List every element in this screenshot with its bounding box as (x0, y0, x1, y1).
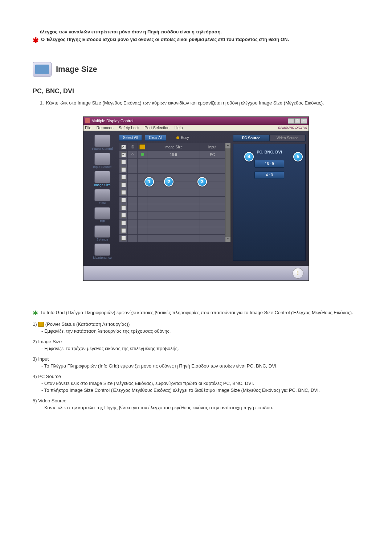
table-row[interactable]: 0 16:9 PC (119, 151, 225, 159)
row-checkbox[interactable] (121, 228, 126, 233)
info-grid: ID Image Size Input 0 16:9 PC (119, 143, 225, 242)
sidebar-item-time[interactable]: Time (94, 189, 110, 205)
minimize-button[interactable]: _ (288, 118, 294, 124)
row-checkbox[interactable] (121, 167, 126, 172)
col-id: ID (128, 143, 138, 151)
busy-indicator: Busy (176, 136, 189, 140)
sidebar-item-input-source[interactable]: Input Source (93, 153, 111, 169)
row-checkbox[interactable] (121, 236, 126, 241)
menu-safety-lock[interactable]: Safety Lock (119, 126, 139, 130)
scroll-up-icon[interactable]: ▴ (225, 143, 230, 148)
header-checkbox[interactable] (121, 145, 126, 149)
menu-port-selection[interactable]: Port Selection (144, 126, 169, 130)
note-sub: - Το Πλέγμα Πληροφοριών (Info Grid) εμφα… (33, 363, 359, 369)
scrollbar[interactable]: ▴ ▾ (225, 143, 231, 242)
power-header-icon (139, 144, 145, 149)
pip-icon (94, 207, 110, 219)
col-checkbox[interactable] (119, 143, 128, 151)
section-subtitle: PC, BNC, DVI (33, 87, 359, 95)
maintenance-icon (94, 243, 110, 256)
power-on-icon (141, 153, 144, 156)
callout-2: 2 (164, 177, 173, 186)
cell-input: PC (200, 151, 225, 159)
app-window: Multiple Display Control _ □ × File Remo… (83, 116, 309, 281)
sidebar-label: Image Size (94, 183, 110, 187)
sidebar-label: PIP (100, 219, 105, 223)
row-checkbox[interactable] (121, 175, 126, 180)
section-title: Image Size (56, 65, 97, 74)
note-sub: - Το πλήκτρο Image Size Control (Έλεγχος… (33, 387, 359, 393)
note-number: 1) (33, 321, 37, 327)
step-text: 1.Κάντε κλικ στο Image Size (Μέγεθος Εικ… (33, 100, 359, 106)
select-all-button[interactable]: Select All (119, 135, 142, 141)
sidebar-label: Maintenance (93, 256, 112, 259)
row-checkbox[interactable] (121, 160, 126, 164)
cell-id: 0 (128, 151, 138, 159)
menu-help[interactable]: Help (175, 126, 183, 130)
col-power (138, 143, 147, 151)
tab-pc-source[interactable]: PC Source (233, 135, 269, 141)
image-size-icon (33, 62, 52, 77)
settings-icon (94, 225, 110, 238)
intro-warning-text: Ο Έλεγχος Πηγής Εισόδου ισχύει μόνο για … (41, 37, 289, 42)
ratio-16-9-button[interactable]: 16 : 9 (254, 160, 284, 168)
app-icon (85, 118, 90, 123)
note-sub: - Κάντε κλικ στην καρτέλα της Πηγής βίντ… (33, 405, 359, 410)
cell-image-size: 16:9 (147, 151, 200, 159)
col-input: Input (200, 143, 225, 151)
row-checkbox[interactable] (121, 198, 126, 202)
callout-4: 4 (244, 152, 254, 161)
note-sub: - Εμφανίζει το τρέχον μέγεθος εικόνας τη… (33, 346, 359, 351)
panel-title: PC, BNC, DVI (257, 150, 282, 154)
row-checkbox[interactable] (121, 152, 126, 157)
sidebar-label: Power Control (92, 147, 113, 151)
menu-remocon[interactable]: Remocon (97, 126, 114, 130)
note-3: 3) Input - Το Πλέγμα Πληροφοριών (Info G… (33, 356, 359, 369)
callout-3: 3 (197, 177, 207, 186)
note-head: 4) PC Source (33, 374, 359, 379)
sidebar-item-maintenance[interactable]: Maintenance (93, 243, 112, 259)
source-panel: PC, BNC, DVI 16 : 9 4 : 3 (233, 144, 306, 261)
menu-file[interactable]: File (85, 126, 91, 130)
step-number: 1. (40, 100, 44, 106)
row-checkbox[interactable] (121, 190, 126, 195)
row-checkbox[interactable] (121, 205, 126, 210)
sidebar-item-power[interactable]: Power Control (92, 135, 113, 151)
col-image-size: Image Size (147, 143, 200, 151)
note-head: 2) Image Size (33, 339, 359, 344)
ratio-4-3-button[interactable]: 4 : 3 (254, 171, 284, 179)
row-checkbox[interactable] (121, 221, 126, 225)
note-2: 2) Image Size - Εμφανίζει το τρέχον μέγε… (33, 339, 359, 351)
note-sub: - Όταν κάνετε κλικ στο Image Size (Μέγεθ… (33, 381, 359, 386)
busy-label: Busy (181, 136, 189, 140)
sidebar: Power Control Input Source Image Size Ti… (86, 135, 119, 261)
note-4: 4) PC Source - Όταν κάνετε κλικ στο Imag… (33, 374, 359, 393)
note-head: 5) Video Source (33, 398, 359, 403)
callout-5: 5 (293, 152, 303, 161)
step-desc: Κάντε κλικ στο Image Size (Μέγεθος Εικόν… (46, 100, 324, 106)
close-button[interactable]: × (301, 118, 307, 124)
sidebar-item-settings[interactable]: Settings (94, 225, 110, 241)
busy-dot-icon (176, 136, 179, 139)
sidebar-item-pip[interactable]: PIP (94, 207, 110, 223)
scroll-down-icon[interactable]: ▾ (225, 237, 230, 242)
sidebar-label: Input Source (93, 165, 111, 169)
clear-all-button[interactable]: Clear All (145, 135, 166, 141)
note-sub: - Εμφανίζει την κατάσταση λειτουργίας τη… (33, 328, 359, 334)
note-label: (Power Status (Κατάσταση Λειτουργίας)) (45, 321, 130, 327)
brand-label: SAMSUNG DIGITall (278, 126, 307, 130)
row-checkbox[interactable] (121, 213, 126, 218)
note-intro-text: Το Info Grid (Πλέγμα Πληροφοριών) εμφανί… (40, 310, 353, 315)
sidebar-item-image-size[interactable]: Image Size (94, 171, 110, 187)
note-intro: ✱ Το Info Grid (Πλέγμα Πληροφοριών) εμφα… (33, 310, 359, 317)
star-icon: ✱ (33, 310, 38, 317)
row-checkbox[interactable] (121, 182, 126, 187)
star-icon: ✱ (33, 37, 39, 44)
sidebar-label: Time (99, 201, 106, 205)
maximize-button[interactable]: □ (294, 118, 301, 124)
app-footer: ! (83, 266, 309, 280)
power-status-icon (38, 322, 44, 327)
image-size-nav-icon (94, 171, 110, 183)
tab-video-source[interactable]: Video Source (269, 135, 306, 141)
window-title: Multiple Display Control (91, 119, 134, 123)
